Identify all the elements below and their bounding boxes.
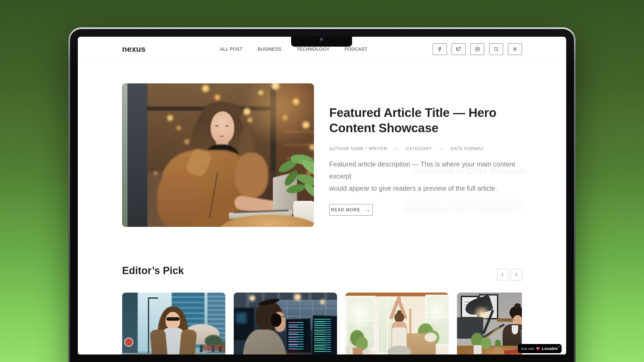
chevron-right-icon bbox=[514, 272, 519, 277]
desktop-wallpaper: nexus ALL POST BUSINESS TECHNOLOGY PODCA… bbox=[0, 0, 644, 362]
nav-item-business[interactable]: BUSINESS bbox=[258, 47, 281, 52]
meta-category[interactable]: CATEGORY bbox=[406, 146, 432, 151]
laptop-bezel: nexus ALL POST BUSINESS TECHNOLOGY PODCA… bbox=[70, 29, 574, 362]
editors-pick-heading: Editor’s Pick bbox=[122, 265, 184, 276]
webcam-icon bbox=[320, 38, 324, 42]
meta-separator: — bbox=[439, 146, 444, 151]
carousel-next-button[interactable] bbox=[511, 269, 522, 280]
twitter-button[interactable] bbox=[452, 43, 466, 55]
chevron-left-icon bbox=[500, 272, 505, 277]
facebook-button[interactable] bbox=[433, 43, 447, 55]
read-more-button[interactable]: READ MORE → bbox=[329, 204, 373, 216]
laptop-frame: nexus ALL POST BUSINESS TECHNOLOGY PODCA… bbox=[68, 27, 576, 362]
lovable-edit-badge[interactable]: Edit with Lovable × bbox=[518, 344, 562, 353]
featured-article-meta: AUTHOR NAME / WRITER — CATEGORY — DATE F… bbox=[329, 146, 533, 151]
twitter-icon bbox=[455, 46, 462, 52]
featured-article-block: Featured Article Title — Hero Content Sh… bbox=[329, 105, 533, 216]
instagram-icon bbox=[474, 46, 481, 52]
header-icon-group bbox=[433, 43, 522, 55]
editors-pick-card-yoga[interactable] bbox=[345, 293, 449, 354]
search-button[interactable] bbox=[489, 43, 503, 55]
featured-article-title: Featured Article Title — Hero Content Sh… bbox=[329, 105, 533, 136]
sunglasses-in-photo bbox=[166, 317, 180, 321]
nav-item-podcast[interactable]: PODCAST bbox=[345, 47, 367, 52]
site-logo[interactable]: nexus bbox=[122, 45, 146, 54]
headphones-in-photo bbox=[271, 313, 281, 327]
read-more-label: READ MORE bbox=[331, 208, 361, 212]
lovable-badge-prefix: Edit with bbox=[521, 347, 534, 351]
theme-sun-icon bbox=[512, 46, 518, 52]
carousel-prev-button[interactable] bbox=[497, 269, 508, 280]
editors-pick-carousel bbox=[122, 293, 522, 354]
nav-item-all-post[interactable]: ALL POST bbox=[220, 47, 243, 52]
laptop-camera-notch bbox=[291, 37, 352, 47]
nav-item-technology[interactable]: TECHNOLOGY bbox=[297, 47, 330, 52]
arrow-right-icon: → bbox=[365, 207, 371, 213]
search-icon bbox=[493, 46, 499, 52]
close-icon[interactable]: × bbox=[558, 345, 560, 349]
lovable-badge-brand: Lovable bbox=[542, 346, 558, 351]
featured-article-image[interactable] bbox=[122, 83, 314, 227]
editors-pick-card-developer[interactable] bbox=[234, 293, 337, 354]
meta-author[interactable]: AUTHOR NAME / WRITER bbox=[329, 146, 387, 151]
editors-pick-card-street-fashion[interactable] bbox=[122, 293, 225, 354]
page-main: Welcome to CNM Template Get Started Feat… bbox=[78, 62, 566, 354]
facebook-icon bbox=[437, 46, 443, 52]
meta-date: DATE FORMAT bbox=[451, 146, 484, 151]
meta-separator: — bbox=[394, 146, 399, 151]
featured-article-description: Featured article description — This is w… bbox=[329, 158, 533, 194]
browser-screen: nexus ALL POST BUSINESS TECHNOLOGY PODCA… bbox=[78, 37, 566, 354]
instagram-button[interactable] bbox=[470, 43, 484, 55]
lovable-heart-icon bbox=[536, 346, 540, 351]
theme-toggle-button[interactable] bbox=[508, 43, 522, 55]
editors-pick-card-home-office[interactable] bbox=[457, 293, 522, 354]
